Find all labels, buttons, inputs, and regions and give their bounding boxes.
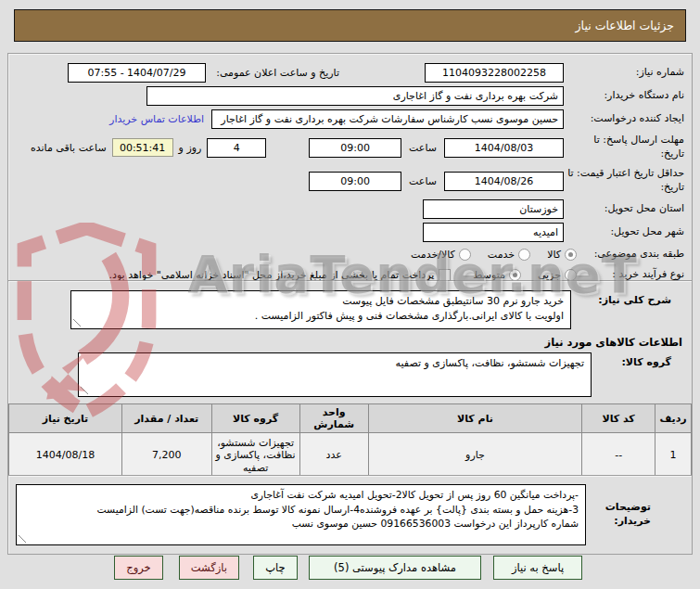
price-validity-time-label: ساعت	[401, 175, 444, 187]
goods-group-label: گروه کالا:	[592, 352, 671, 370]
cell-goods-code: --	[582, 433, 655, 479]
buyer-org-label: نام دستگاه خریدار:	[564, 89, 684, 103]
announce-datetime-label: تاریخ و ساعت اعلان عمومی:	[206, 67, 339, 79]
price-validity-time-field[interactable]: 09:00	[309, 172, 401, 191]
exit-button[interactable]: خروج	[114, 556, 162, 580]
radio-goods-service-label: کالا/خدمت	[411, 249, 455, 261]
radio-medium-label: متوسط	[473, 269, 505, 281]
radio-goods-label: کالا	[547, 249, 561, 261]
buyer-notes-panel: توضیحات خریدار: -پرداخت میانگین 60 روز پ…	[7, 475, 693, 555]
col-unit: واحد شمارش	[299, 404, 368, 433]
reply-deadline-time-label: ساعت	[401, 142, 444, 154]
goods-group-textarea[interactable]: تجهیزات شستشو، نظافت، پاکسازی و تصفیه	[78, 352, 592, 397]
need-number-label: شماره نیاز:	[564, 66, 684, 80]
view-attachments-button[interactable]: مشاهده مدارک پیوستی (5)	[309, 556, 481, 580]
countdown-days-field: 4	[207, 138, 266, 158]
countdown-suffix: ساعت باقی مانده	[31, 142, 107, 154]
treasury-checkbox-label: پرداخت تمام یا بخشی از مبلغ خرید،از محل …	[109, 269, 435, 281]
cell-need-date: 1404/08/18	[9, 433, 122, 479]
col-quantity: تعداد / مقدار	[121, 404, 211, 433]
need-details-page: { "header": { "title": "جزئیات اطلاعات ن…	[0, 0, 700, 589]
need-number-field[interactable]: 1104093228002258	[425, 63, 564, 83]
reply-deadline-date-field[interactable]: 1404/08/03	[444, 138, 564, 158]
request-creator-label: ایجاد کننده درخواست:	[564, 112, 684, 126]
cell-unit: عدد	[299, 433, 368, 479]
page-title: جزئیات اطلاعات نیاز	[576, 19, 674, 32]
radio-partial-label: جزیی	[538, 269, 561, 281]
city-field[interactable]: امیدیه	[423, 223, 564, 242]
goods-panel: شرح کلی نیاز: خرید جارو نرم 30 سانتیطبق …	[7, 280, 693, 480]
radio-service[interactable]	[518, 249, 530, 261]
general-description-label: شرح کلی نیاز:	[571, 290, 671, 308]
row-buyer-org: نام دستگاه خریدار: شرکت بهره برداری نفت …	[16, 86, 684, 106]
countdown-days-label: روز و	[173, 142, 208, 154]
row-buyer-notes: توضیحات خریدار: -پرداخت میانگین 60 روز پ…	[16, 484, 684, 545]
row-general-description: شرح کلی نیاز: خرید جارو نرم 30 سانتیطبق …	[16, 290, 684, 329]
countdown-timer: 00:51:41	[112, 138, 173, 157]
col-row-number: ردیف	[655, 404, 692, 433]
treasury-checkbox[interactable]	[439, 269, 451, 281]
cell-quantity: 7,200	[121, 433, 211, 479]
buyer-contact-link[interactable]: اطلاعات تماس خریدار	[109, 113, 204, 125]
radio-medium[interactable]	[509, 269, 521, 281]
general-description-textarea[interactable]: خرید جارو نرم 30 سانتیطبق مشخصات فایل پی…	[70, 290, 571, 329]
reply-deadline-time-field[interactable]: 09:00	[309, 138, 401, 158]
radio-partial[interactable]	[565, 269, 577, 281]
row-subject-class: طبقه بندی موضوعی: کالا خدمت کالا/خدمت	[16, 246, 684, 262]
cell-goods-name: جارو	[368, 433, 581, 479]
cell-goods-group: تجهیزات شستشو، نظافت، پاکسازی و تصفیه	[211, 433, 299, 479]
answer-need-button[interactable]: پاسخ به نیاز	[493, 556, 582, 580]
buyer-notes-textarea[interactable]: -پرداخت میانگین 60 روز پس از تحویل کالا2…	[16, 484, 586, 545]
announce-datetime-field[interactable]: 07:55 - 1404/07/29	[68, 63, 206, 83]
footer-buttons: پاسخ به نیاز مشاهده مدارک پیوستی (5) چاپ…	[111, 556, 582, 580]
reply-deadline-label: مهلت ارسال پاسخ: تا تاریخ:	[564, 134, 684, 161]
row-province: استان محل تحویل: خوزستان	[16, 199, 684, 219]
back-button[interactable]: بازگشت	[179, 556, 239, 580]
province-label: استان محل تحویل:	[564, 202, 684, 216]
buyer-notes-label: توضیحات خریدار:	[586, 501, 651, 529]
radio-service-label: خدمت	[488, 249, 515, 261]
print-button[interactable]: چاپ	[253, 556, 298, 580]
row-price-validity: حداقل تاریخ اعتبار قیمت: تا تاریخ: 1404/…	[16, 166, 684, 196]
radio-goods[interactable]	[565, 249, 577, 261]
goods-table-row: 1 -- جارو عدد تجهیزات شستشو، نظافت، پاکس…	[9, 433, 692, 479]
goods-table-header-row: ردیف کد کالا نام کالا واحد شمارش گروه کا…	[9, 404, 692, 433]
city-label: شهر محل تحویل:	[564, 225, 684, 239]
cell-row-number: 1	[655, 433, 692, 479]
price-validity-date-field[interactable]: 1404/08/26	[444, 172, 564, 191]
goods-table: ردیف کد کالا نام کالا واحد شمارش گروه کا…	[8, 403, 692, 479]
col-goods-group: گروه کالا	[211, 404, 299, 433]
radio-goods-service[interactable]	[459, 249, 471, 261]
col-need-date: تاریخ نیاز	[9, 404, 122, 433]
request-creator-field[interactable]: حسین موسوی نسب کارشناس سفارشات شرکت بهره…	[211, 109, 564, 129]
need-info-panel: شماره نیاز: 1104093228002258 تاریخ و ساع…	[7, 53, 693, 284]
col-goods-code: کد کالا	[582, 404, 655, 433]
subject-class-label: طبقه بندی موضوعی:	[577, 248, 684, 262]
row-request-creator: ایجاد کننده درخواست: حسین موسوی نسب کارش…	[16, 109, 684, 129]
price-validity-label: حداقل تاریخ اعتبار قیمت: تا تاریخ:	[564, 167, 684, 195]
buyer-org-field[interactable]: شرکت بهره برداری نفت و گاز اغاجاری	[146, 86, 564, 106]
col-goods-name: نام کالا	[368, 404, 581, 433]
province-field[interactable]: خوزستان	[423, 199, 564, 219]
page-title-bar: جزئیات اطلاعات نیاز	[14, 9, 686, 42]
row-reply-deadline: مهلت ارسال پاسخ: تا تاریخ: 1404/08/03 سا…	[16, 133, 684, 162]
row-city: شهر محل تحویل: امیدیه	[16, 223, 684, 242]
goods-section-title: اطلاعات کالاهای مورد نیاز	[18, 336, 682, 349]
row-goods-group: گروه کالا: تجهیزات شستشو، نظافت، پاکسازی…	[16, 352, 684, 397]
row-need-number: شماره نیاز: 1104093228002258 تاریخ و ساع…	[16, 63, 684, 83]
